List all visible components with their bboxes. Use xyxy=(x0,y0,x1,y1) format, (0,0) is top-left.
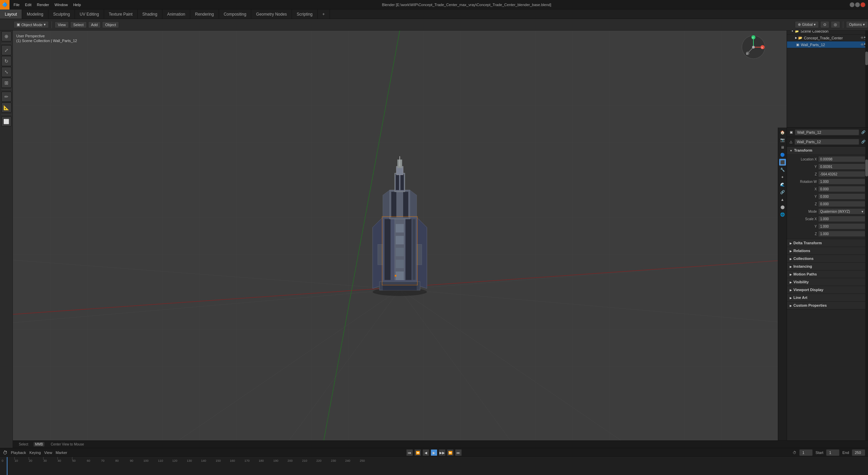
outliner-scrollbar[interactable] xyxy=(865,19,868,127)
tab-sculpting[interactable]: Sculpting xyxy=(48,10,75,19)
object-name-input[interactable] xyxy=(795,129,859,135)
relations-header[interactable]: Relations xyxy=(787,247,868,254)
wall-eye-icon[interactable]: 👁 xyxy=(861,43,864,46)
next-keyframe-btn[interactable]: ⏩ xyxy=(447,449,454,456)
scale-x-value[interactable]: 1.000 xyxy=(818,216,865,222)
scale-z-value[interactable]: 1.000 xyxy=(818,231,865,237)
tab-shading[interactable]: Shading xyxy=(138,10,162,19)
prop-icon-view-layer[interactable]: 🔵 xyxy=(779,151,786,158)
select-menu[interactable]: Select xyxy=(70,21,87,28)
annotate-tool-btn[interactable]: ✏ xyxy=(1,92,12,102)
tab-scripting[interactable]: Scripting xyxy=(292,10,318,19)
next-frame-btn[interactable]: ▶▶ xyxy=(439,449,446,456)
transform-tool-btn[interactable]: ⊞ xyxy=(1,78,12,88)
prop-icon-modifier[interactable]: 🔧 xyxy=(779,166,786,173)
view-menu[interactable]: View xyxy=(55,21,69,28)
menu-window[interactable]: Window xyxy=(52,0,71,9)
scale-y-value[interactable]: 1.000 xyxy=(818,223,865,229)
rotation-w-value[interactable]: 1.000 xyxy=(818,178,865,185)
menu-help[interactable]: Help xyxy=(71,0,84,9)
mode-dropdown[interactable]: ▣ Object Mode ▾ xyxy=(14,21,49,28)
scale-tool-btn[interactable]: ⤡ xyxy=(1,67,12,77)
location-z-value[interactable]: -564.43262 xyxy=(818,171,865,177)
visibility-header[interactable]: Visibility xyxy=(787,278,868,286)
properties-scrollbar[interactable] xyxy=(865,128,868,448)
viewport[interactable]: User Perspective (1) Scene Collection | … xyxy=(13,31,787,448)
options-btn[interactable]: Options ▾ xyxy=(846,21,868,28)
tab-rendering[interactable]: Rendering xyxy=(190,10,219,19)
location-x-value[interactable]: 0.00098 xyxy=(818,156,865,162)
instancing-header[interactable]: Instancing xyxy=(787,263,868,270)
end-frame-input[interactable]: 250 xyxy=(852,449,865,456)
jump-end-btn[interactable]: ⏭ xyxy=(455,449,462,456)
tab-modeling[interactable]: Modeling xyxy=(22,10,48,19)
prev-keyframe-btn[interactable]: ⏪ xyxy=(414,449,421,456)
timeline-menu-playback[interactable]: Playback xyxy=(11,451,26,455)
tab-texture-paint[interactable]: Texture Paint xyxy=(104,10,138,19)
prop-icon-material[interactable]: ⬤ xyxy=(779,204,786,210)
prop-icon-physics[interactable]: 🌊 xyxy=(779,181,786,188)
start-frame-input[interactable]: 1 xyxy=(826,449,840,456)
custom-properties-header[interactable]: Custom Properties xyxy=(787,302,868,309)
outliner-item-concept[interactable]: ▶ 📂 Concept_Trade_Center 👁 📷 xyxy=(787,35,868,41)
cursor-tool-btn[interactable]: ⊕ xyxy=(1,31,12,41)
rotate-tool-btn[interactable]: ↻ xyxy=(1,56,12,66)
menu-render[interactable]: Render xyxy=(34,0,52,9)
tab-geometry-nodes[interactable]: Geometry Nodes xyxy=(251,10,292,19)
prop-icon-output[interactable]: 🖥 xyxy=(779,144,786,151)
play-btn[interactable]: ▶ xyxy=(431,449,437,456)
timeline-ruler[interactable]: 0 10 20 30 40 50 60 70 80 90 100 110 120… xyxy=(0,457,868,475)
eye-icon[interactable]: 👁 xyxy=(861,36,864,40)
object-menu[interactable]: Object xyxy=(102,21,119,28)
data-link-icon[interactable]: 🔗 xyxy=(861,140,865,144)
menu-edit[interactable]: Edit xyxy=(22,0,34,9)
prev-frame-btn[interactable]: ◀ xyxy=(422,449,429,456)
prop-icon-render[interactable]: 📷 xyxy=(779,136,786,143)
prop-icon-constraints[interactable]: 🔗 xyxy=(779,189,786,195)
prop-icon-object[interactable]: ⬛ xyxy=(779,159,786,166)
transform-orientation[interactable]: ⊕ Global ▾ xyxy=(795,21,819,28)
timeline-menu-marker[interactable]: Marker xyxy=(56,451,67,455)
object-icon: ▣ xyxy=(17,22,20,27)
rotation-z-value[interactable]: 0.000 xyxy=(818,201,865,207)
menu-file[interactable]: File xyxy=(11,0,22,9)
svg-text:230: 230 xyxy=(331,459,336,462)
add-menu[interactable]: Add xyxy=(88,21,101,28)
minimize-btn[interactable] xyxy=(850,2,854,7)
tab-uv-editing[interactable]: UV Editing xyxy=(75,10,104,19)
proportional-edit[interactable]: ◎ xyxy=(831,21,840,28)
maximize-btn[interactable] xyxy=(855,2,860,7)
rotation-y-value[interactable]: 0.000 xyxy=(818,193,865,200)
navigation-gizmo[interactable]: Y X Z xyxy=(741,35,766,60)
timeline-menu-view[interactable]: View xyxy=(44,451,52,455)
rotation-mode-dropdown[interactable]: Quaternion (WXYZ) ▾ xyxy=(818,208,865,214)
outliner-item-wall-parts-12[interactable]: ▣ Wall_Parts_12 👁 📷 xyxy=(787,41,868,48)
data-name-input[interactable] xyxy=(794,139,859,145)
snap-toggle[interactable]: ⊙ xyxy=(820,21,829,28)
location-y-value[interactable]: 0.00391 xyxy=(818,164,865,170)
viewport-display-header[interactable]: Viewport Display xyxy=(787,286,868,293)
line-art-header[interactable]: Line Art xyxy=(787,294,868,301)
measure-tool-btn[interactable]: 📐 xyxy=(1,102,12,113)
tab-compositing[interactable]: Compositing xyxy=(219,10,252,19)
prop-icon-particles[interactable]: ✦ xyxy=(779,174,786,180)
collections-header[interactable]: Collections xyxy=(787,255,868,262)
tab-animation[interactable]: Animation xyxy=(162,10,190,19)
current-frame-input[interactable]: 1 xyxy=(799,449,813,456)
tab-add[interactable]: + xyxy=(318,10,330,19)
obj-link-icon[interactable]: 🔗 xyxy=(861,130,865,134)
jump-start-btn[interactable]: ⏮ xyxy=(406,449,413,456)
timeline-menu-keying[interactable]: Keying xyxy=(29,451,41,455)
rotation-x-value[interactable]: 0.000 xyxy=(818,186,865,192)
add-cube-btn[interactable]: ⬜ xyxy=(1,116,12,127)
delta-transform-header[interactable]: Delta Transform xyxy=(787,239,868,247)
close-btn[interactable] xyxy=(861,2,865,7)
prop-icon-scene[interactable]: 🏠 xyxy=(779,129,786,136)
motion-paths-header[interactable]: Motion Paths xyxy=(787,270,868,278)
transform-header[interactable]: Transform xyxy=(787,147,868,154)
instancing-label: Instancing xyxy=(793,264,812,268)
move-tool-btn[interactable]: ⤢ xyxy=(1,45,12,55)
tab-layout[interactable]: Layout xyxy=(0,10,22,19)
prop-icon-world[interactable]: 🌐 xyxy=(779,211,786,218)
prop-icon-data[interactable]: ▲ xyxy=(779,196,786,203)
